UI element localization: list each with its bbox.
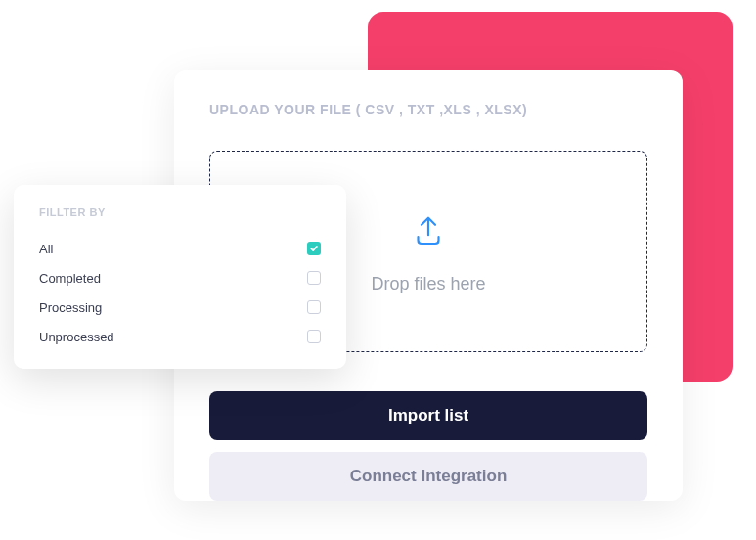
drop-files-label: Drop files here xyxy=(371,274,485,294)
filter-card: FILLTER BY All Completed Processing Unpr… xyxy=(14,185,346,369)
checkbox-checked[interactable] xyxy=(307,242,321,255)
upload-title: UPLOAD YOUR FILE ( CSV , TXT ,XLS , XLSX… xyxy=(209,102,647,117)
filter-heading: FILLTER BY xyxy=(39,206,321,218)
filter-row-processing[interactable]: Processing xyxy=(39,292,321,322)
filter-label: Completed xyxy=(39,271,101,286)
filter-row-completed[interactable]: Completed xyxy=(39,263,321,292)
upload-icon xyxy=(408,209,449,254)
checkbox-unchecked[interactable] xyxy=(307,271,321,285)
checkbox-unchecked[interactable] xyxy=(307,330,321,343)
filter-label: Unprocessed xyxy=(39,330,114,344)
checkbox-unchecked[interactable] xyxy=(307,300,321,314)
filter-label: Processing xyxy=(39,300,102,315)
connect-integration-button[interactable]: Connect Integration xyxy=(209,452,647,501)
filter-row-all[interactable]: All xyxy=(39,234,321,263)
filter-label: All xyxy=(39,242,53,256)
import-list-button[interactable]: Import list xyxy=(209,391,647,440)
filter-row-unprocessed[interactable]: Unprocessed xyxy=(39,322,321,351)
